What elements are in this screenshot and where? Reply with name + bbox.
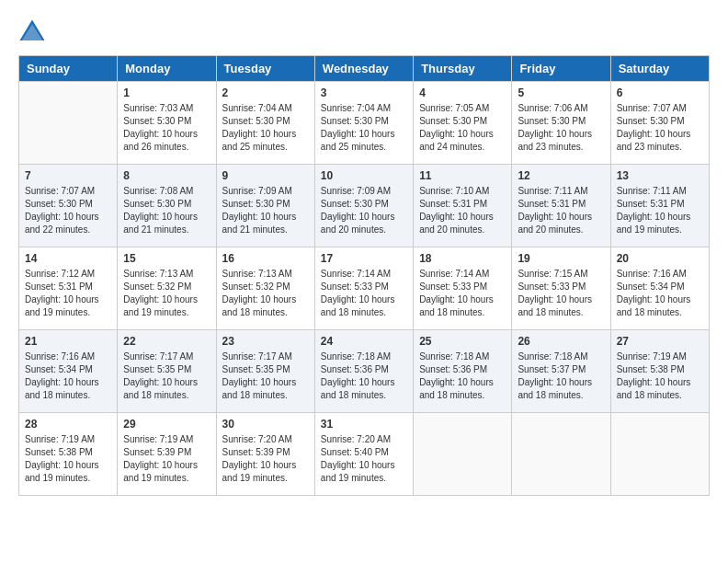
daylight-text: Daylight: 10 hours and 18 minutes. xyxy=(321,294,395,317)
day-info: Sunrise: 7:15 AM Sunset: 5:33 PM Dayligh… xyxy=(518,268,604,319)
weekday-header: Wednesday xyxy=(314,56,413,82)
day-info: Sunrise: 7:10 AM Sunset: 5:31 PM Dayligh… xyxy=(419,185,506,236)
calendar-week-row: 28 Sunrise: 7:19 AM Sunset: 5:38 PM Dayl… xyxy=(19,413,710,496)
day-info: Sunrise: 7:20 AM Sunset: 5:39 PM Dayligh… xyxy=(222,433,309,485)
daylight-text: Daylight: 10 hours and 18 minutes. xyxy=(25,377,99,400)
sunrise-text: Sunrise: 7:20 AM xyxy=(321,434,391,444)
sunset-text: Sunset: 5:35 PM xyxy=(123,364,191,374)
daylight-text: Daylight: 10 hours and 21 minutes. xyxy=(222,212,297,235)
calendar-day-cell: 26 Sunrise: 7:18 AM Sunset: 5:37 PM Dayl… xyxy=(512,330,610,413)
weekday-header: Sunday xyxy=(19,56,118,82)
day-info: Sunrise: 7:14 AM Sunset: 5:33 PM Dayligh… xyxy=(321,268,407,319)
sunset-text: Sunset: 5:31 PM xyxy=(25,282,93,292)
calendar-day-cell: 16 Sunrise: 7:13 AM Sunset: 5:32 PM Dayl… xyxy=(216,247,314,330)
calendar-day-cell: 19 Sunrise: 7:15 AM Sunset: 5:33 PM Dayl… xyxy=(512,247,610,330)
sunset-text: Sunset: 5:30 PM xyxy=(321,116,389,126)
weekday-header: Saturday xyxy=(610,56,709,82)
sunset-text: Sunset: 5:30 PM xyxy=(321,199,389,209)
daylight-text: Daylight: 10 hours and 23 minutes. xyxy=(617,129,691,152)
calendar-day-cell xyxy=(610,413,709,496)
sunset-text: Sunset: 5:34 PM xyxy=(617,282,685,292)
day-info: Sunrise: 7:03 AM Sunset: 5:30 PM Dayligh… xyxy=(123,102,210,154)
day-number: 22 xyxy=(123,335,210,348)
calendar-day-cell: 21 Sunrise: 7:16 AM Sunset: 5:34 PM Dayl… xyxy=(19,330,118,413)
day-number: 30 xyxy=(222,418,309,431)
sunset-text: Sunset: 5:30 PM xyxy=(222,199,290,209)
sunrise-text: Sunrise: 7:13 AM xyxy=(123,269,193,279)
day-number: 17 xyxy=(321,252,407,265)
calendar-day-cell: 2 Sunrise: 7:04 AM Sunset: 5:30 PM Dayli… xyxy=(216,82,314,165)
day-info: Sunrise: 7:16 AM Sunset: 5:34 PM Dayligh… xyxy=(617,268,703,319)
sunrise-text: Sunrise: 7:19 AM xyxy=(123,434,193,444)
sunrise-text: Sunrise: 7:09 AM xyxy=(222,186,292,196)
day-number: 24 xyxy=(321,335,407,348)
calendar-day-cell: 4 Sunrise: 7:05 AM Sunset: 5:30 PM Dayli… xyxy=(414,82,512,165)
daylight-text: Daylight: 10 hours and 18 minutes. xyxy=(617,377,691,400)
sunset-text: Sunset: 5:36 PM xyxy=(321,364,389,374)
sunset-text: Sunset: 5:30 PM xyxy=(617,116,685,126)
day-info: Sunrise: 7:07 AM Sunset: 5:30 PM Dayligh… xyxy=(617,102,703,154)
calendar-week-row: 14 Sunrise: 7:12 AM Sunset: 5:31 PM Dayl… xyxy=(19,247,710,330)
weekday-header: Monday xyxy=(118,56,216,82)
calendar-header-row: SundayMondayTuesdayWednesdayThursdayFrid… xyxy=(19,56,710,82)
daylight-text: Daylight: 10 hours and 26 minutes. xyxy=(123,129,198,152)
day-info: Sunrise: 7:19 AM Sunset: 5:38 PM Dayligh… xyxy=(617,350,703,402)
logo xyxy=(18,18,50,46)
sunrise-text: Sunrise: 7:16 AM xyxy=(617,269,687,279)
day-info: Sunrise: 7:06 AM Sunset: 5:30 PM Dayligh… xyxy=(518,102,604,154)
sunrise-text: Sunrise: 7:19 AM xyxy=(617,351,687,362)
calendar-day-cell: 9 Sunrise: 7:09 AM Sunset: 5:30 PM Dayli… xyxy=(216,165,314,247)
day-info: Sunrise: 7:17 AM Sunset: 5:35 PM Dayligh… xyxy=(123,350,210,402)
daylight-text: Daylight: 10 hours and 18 minutes. xyxy=(419,377,494,400)
day-number: 29 xyxy=(123,418,210,431)
daylight-text: Daylight: 10 hours and 18 minutes. xyxy=(617,294,691,317)
page-header xyxy=(18,18,710,46)
day-number: 8 xyxy=(123,169,210,182)
calendar-day-cell: 8 Sunrise: 7:08 AM Sunset: 5:30 PM Dayli… xyxy=(118,165,216,247)
calendar-day-cell: 10 Sunrise: 7:09 AM Sunset: 5:30 PM Dayl… xyxy=(314,165,413,247)
logo-icon xyxy=(18,18,46,46)
sunrise-text: Sunrise: 7:11 AM xyxy=(617,186,687,196)
calendar-day-cell: 22 Sunrise: 7:17 AM Sunset: 5:35 PM Dayl… xyxy=(118,330,216,413)
sunrise-text: Sunrise: 7:13 AM xyxy=(222,269,292,279)
sunrise-text: Sunrise: 7:09 AM xyxy=(321,186,391,196)
sunset-text: Sunset: 5:34 PM xyxy=(25,364,93,374)
sunset-text: Sunset: 5:38 PM xyxy=(25,447,93,457)
day-number: 9 xyxy=(222,169,309,182)
day-info: Sunrise: 7:13 AM Sunset: 5:32 PM Dayligh… xyxy=(123,268,210,319)
day-number: 25 xyxy=(419,335,506,348)
day-info: Sunrise: 7:18 AM Sunset: 5:36 PM Dayligh… xyxy=(419,350,506,402)
sunset-text: Sunset: 5:37 PM xyxy=(518,364,586,374)
calendar-day-cell: 6 Sunrise: 7:07 AM Sunset: 5:30 PM Dayli… xyxy=(610,82,709,165)
daylight-text: Daylight: 10 hours and 19 minutes. xyxy=(222,460,297,483)
calendar-day-cell: 5 Sunrise: 7:06 AM Sunset: 5:30 PM Dayli… xyxy=(512,82,610,165)
sunset-text: Sunset: 5:30 PM xyxy=(123,199,191,209)
day-number: 2 xyxy=(222,86,309,99)
calendar-day-cell: 1 Sunrise: 7:03 AM Sunset: 5:30 PM Dayli… xyxy=(118,82,216,165)
daylight-text: Daylight: 10 hours and 20 minutes. xyxy=(419,212,494,235)
calendar-day-cell: 12 Sunrise: 7:11 AM Sunset: 5:31 PM Dayl… xyxy=(512,165,610,247)
day-info: Sunrise: 7:11 AM Sunset: 5:31 PM Dayligh… xyxy=(617,185,703,236)
day-info: Sunrise: 7:19 AM Sunset: 5:39 PM Dayligh… xyxy=(123,433,210,485)
calendar-day-cell xyxy=(19,82,118,165)
sunrise-text: Sunrise: 7:04 AM xyxy=(321,103,391,113)
sunrise-text: Sunrise: 7:05 AM xyxy=(419,103,489,113)
daylight-text: Daylight: 10 hours and 18 minutes. xyxy=(222,294,297,317)
day-number: 15 xyxy=(123,252,210,265)
calendar-day-cell: 18 Sunrise: 7:14 AM Sunset: 5:33 PM Dayl… xyxy=(414,247,512,330)
daylight-text: Daylight: 10 hours and 23 minutes. xyxy=(518,129,592,152)
daylight-text: Daylight: 10 hours and 18 minutes. xyxy=(222,377,297,400)
sunrise-text: Sunrise: 7:16 AM xyxy=(25,351,95,362)
day-number: 6 xyxy=(617,86,703,99)
sunrise-text: Sunrise: 7:19 AM xyxy=(25,434,95,444)
weekday-header: Thursday xyxy=(414,56,512,82)
sunset-text: Sunset: 5:32 PM xyxy=(123,282,191,292)
day-info: Sunrise: 7:09 AM Sunset: 5:30 PM Dayligh… xyxy=(321,185,407,236)
calendar-day-cell xyxy=(414,413,512,496)
day-number: 11 xyxy=(419,169,506,182)
day-number: 27 xyxy=(617,335,703,348)
calendar-day-cell: 7 Sunrise: 7:07 AM Sunset: 5:30 PM Dayli… xyxy=(19,165,118,247)
sunrise-text: Sunrise: 7:18 AM xyxy=(321,351,391,362)
sunrise-text: Sunrise: 7:04 AM xyxy=(222,103,292,113)
day-number: 13 xyxy=(617,169,703,182)
